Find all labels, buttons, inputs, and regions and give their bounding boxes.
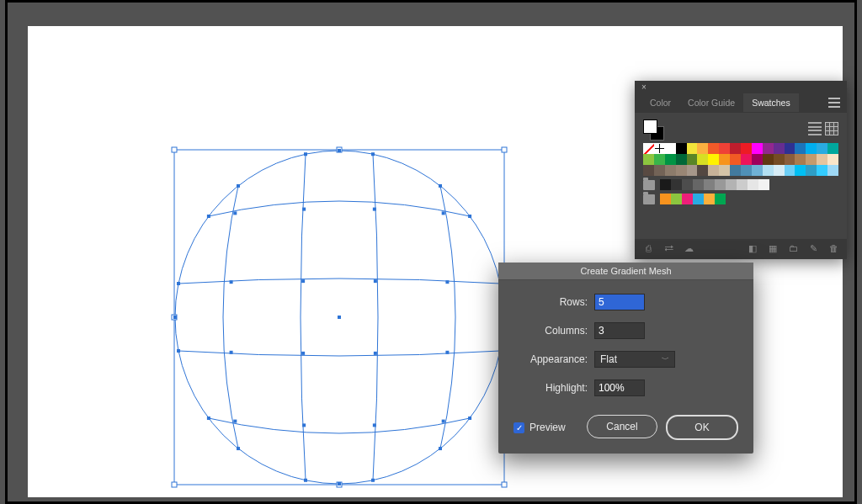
mesh-row-line[interactable] [209, 201, 470, 216]
mesh-anchor[interactable] [338, 482, 341, 485]
swatch[interactable] [827, 165, 838, 176]
swatch[interactable] [817, 143, 827, 154]
swatch[interactable] [697, 143, 708, 154]
bbox-handle[interactable] [172, 482, 177, 487]
mesh-col-line[interactable] [373, 154, 378, 480]
lib-icon[interactable]: ⎙ [643, 243, 653, 253]
bbox-handle[interactable] [172, 147, 177, 152]
mesh-anchor[interactable] [233, 211, 237, 215]
swatch[interactable] [795, 154, 806, 165]
swatch[interactable] [763, 143, 774, 154]
mesh-anchor[interactable] [338, 149, 341, 152]
folder-icon[interactable] [643, 180, 655, 190]
tab-color[interactable]: Color [641, 93, 679, 112]
mesh-col-line[interactable] [440, 186, 455, 448]
swatch[interactable] [795, 165, 806, 176]
mesh-anchor[interactable] [207, 215, 210, 218]
mesh-col-line[interactable] [223, 186, 238, 448]
swatch-options-icon[interactable]: ▦ [768, 243, 778, 253]
swatch[interactable] [687, 165, 698, 176]
rows-input[interactable]: 5 [594, 294, 645, 310]
grid-view-icon[interactable] [825, 122, 838, 135]
panel-titlebar[interactable]: × [635, 81, 847, 93]
swatch[interactable] [827, 143, 838, 154]
swatch[interactable] [785, 165, 795, 176]
swatch[interactable] [693, 179, 704, 190]
link-icon[interactable]: ⮂ [663, 243, 673, 253]
mesh-anchor[interactable] [230, 280, 233, 284]
tab-swatches[interactable]: Swatches [743, 93, 799, 112]
swatch[interactable] [730, 143, 741, 154]
swatch[interactable] [676, 154, 687, 165]
mesh-anchor[interactable] [177, 349, 180, 353]
mesh-anchor[interactable] [371, 152, 375, 156]
swatch[interactable] [785, 154, 795, 165]
swatch[interactable] [704, 179, 715, 190]
mesh-anchor[interactable] [468, 416, 471, 420]
swatch[interactable] [806, 143, 817, 154]
mesh-anchor[interactable] [445, 351, 449, 354]
dialog-title[interactable]: Create Gradient Mesh [498, 263, 753, 280]
swatch[interactable] [660, 179, 671, 190]
mesh-anchor[interactable] [445, 280, 449, 284]
mesh-anchor[interactable] [302, 423, 306, 427]
swatch[interactable] [774, 143, 785, 154]
swatch[interactable] [752, 154, 763, 165]
swatch[interactable] [715, 194, 726, 204]
cloud-icon[interactable]: ☁ [684, 243, 694, 253]
preview-checkbox[interactable]: ✓ [513, 422, 524, 433]
mesh-anchor[interactable] [468, 215, 471, 218]
swatch[interactable] [704, 194, 715, 204]
bbox-handle[interactable] [502, 482, 507, 487]
center-point[interactable] [338, 316, 341, 319]
swatch[interactable] [665, 154, 676, 165]
swatch[interactable] [763, 154, 774, 165]
mesh-anchor[interactable] [302, 208, 306, 211]
swatch[interactable] [726, 179, 737, 190]
swatch[interactable] [763, 165, 774, 176]
trash-icon[interactable]: 🗑 [828, 243, 838, 253]
foreground-background-swatch[interactable] [643, 119, 663, 138]
swatch[interactable] [715, 179, 726, 190]
swatch[interactable] [665, 143, 676, 154]
bbox-handle[interactable] [502, 147, 507, 152]
mesh-anchor[interactable] [237, 447, 240, 450]
mesh-row-line[interactable] [178, 279, 500, 284]
swatch[interactable] [643, 143, 654, 154]
mesh-row-line[interactable] [209, 418, 470, 433]
highlight-input[interactable]: 100% [594, 379, 645, 396]
swatch[interactable] [741, 154, 752, 165]
swatch[interactable] [737, 179, 748, 190]
swatch[interactable] [708, 154, 719, 165]
swatches-panel[interactable]: × Color Color Guide Swatches [635, 81, 847, 259]
new-folder-icon[interactable]: 🗀 [788, 243, 798, 253]
color-icon[interactable]: ◧ [748, 243, 758, 253]
swatch[interactable] [708, 143, 719, 154]
swatch[interactable] [719, 143, 730, 154]
mesh-anchor[interactable] [304, 479, 307, 482]
new-swatch-icon[interactable]: ✎ [808, 243, 818, 253]
mesh-anchor[interactable] [374, 279, 377, 283]
mesh-anchor[interactable] [230, 351, 233, 354]
swatch[interactable] [671, 194, 682, 204]
swatch[interactable] [643, 165, 654, 176]
swatch[interactable] [719, 154, 730, 165]
swatch[interactable] [654, 143, 665, 154]
mesh-anchor[interactable] [373, 423, 376, 427]
swatch[interactable] [682, 194, 693, 204]
swatch[interactable] [676, 143, 687, 154]
mesh-anchor[interactable] [304, 152, 307, 156]
folder-icon[interactable] [643, 194, 655, 204]
mesh-anchor[interactable] [237, 184, 240, 188]
swatch[interactable] [654, 154, 665, 165]
swatch[interactable] [827, 154, 838, 165]
swatch[interactable] [785, 143, 795, 154]
swatch[interactable] [774, 154, 785, 165]
swatch[interactable] [817, 154, 827, 165]
mesh-anchor[interactable] [301, 352, 305, 355]
swatch[interactable] [697, 154, 708, 165]
swatch[interactable] [795, 143, 806, 154]
swatch[interactable] [730, 154, 741, 165]
create-gradient-mesh-dialog[interactable]: Create Gradient Mesh Rows: 5 Columns: 3 … [498, 263, 753, 454]
swatch[interactable] [806, 154, 817, 165]
